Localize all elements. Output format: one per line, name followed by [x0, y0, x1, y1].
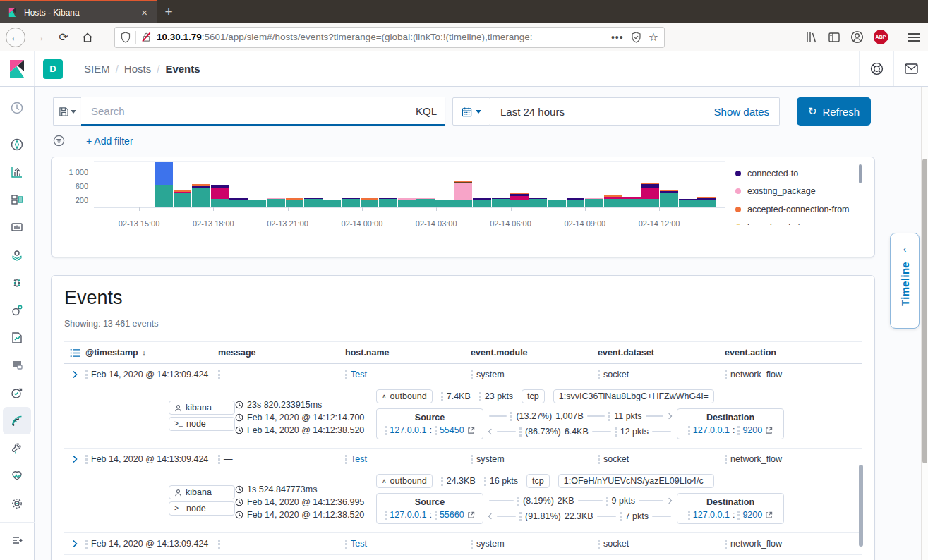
sidebar-item-dev-tools[interactable] [3, 434, 31, 462]
chart-legend[interactable]: connected-toexisting_packageaccepted-con… [735, 164, 850, 225]
cell-module[interactable]: system [476, 539, 505, 549]
cell-action[interactable]: network_flow [730, 539, 782, 549]
external-link-icon[interactable] [467, 427, 475, 434]
histogram-bar[interactable] [660, 190, 678, 207]
external-link-icon[interactable] [765, 511, 773, 519]
histogram-bar[interactable] [567, 198, 585, 207]
flow-end-time[interactable]: Feb 14, 2020 @ 14:12:38.520 [247, 425, 364, 435]
destination-port-link[interactable]: 9200 [742, 510, 762, 520]
histogram-bar[interactable] [248, 200, 267, 208]
histogram-bar[interactable] [510, 193, 529, 208]
histogram-bar[interactable] [416, 198, 435, 207]
histogram-bar[interactable] [342, 198, 360, 207]
community-id-badge[interactable]: 1:OFeH/nYUEVcNS/yazEL09LIo4/c= [558, 474, 714, 488]
histogram-bar[interactable] [435, 200, 454, 207]
row-expand-button[interactable] [64, 540, 85, 548]
process-badge[interactable]: >_node [169, 417, 235, 431]
flow-start-time[interactable]: Feb 14, 2020 @ 14:12:14.700 [247, 413, 364, 422]
out-bytes[interactable]: 1,007B [555, 411, 584, 421]
cell-module[interactable]: system [476, 454, 505, 464]
histogram-bar[interactable] [641, 183, 660, 208]
page-scrollbar-thumb[interactable] [922, 159, 927, 463]
help-button[interactable] [859, 51, 893, 86]
histogram-bars[interactable] [155, 162, 716, 207]
sidebar-item-dashboard[interactable] [3, 186, 31, 214]
out-packets[interactable]: 11 pkts [614, 411, 641, 421]
new-tab-button[interactable]: + [157, 0, 181, 23]
cell-action[interactable]: network_flow [730, 454, 782, 464]
breadcrumb-siem[interactable]: SIEM [84, 63, 110, 75]
histogram-bar[interactable] [155, 162, 173, 207]
kibana-logo[interactable] [0, 51, 35, 86]
histogram-bar[interactable] [304, 198, 323, 207]
sidebar-item-discover[interactable] [3, 130, 31, 158]
cell-timestamp[interactable]: Feb 14, 2020 @ 14:13:09.424 [91, 370, 208, 379]
user-badge[interactable]: kibana [169, 485, 235, 499]
cell-message[interactable]: — [224, 454, 233, 464]
cell-module[interactable]: system [476, 370, 505, 379]
histogram-bar[interactable] [529, 198, 548, 207]
cell-timestamp[interactable]: Feb 14, 2020 @ 14:13:09.424 [91, 539, 208, 549]
histogram-bar[interactable] [379, 198, 397, 207]
direction-badge[interactable]: ∧outbound [376, 389, 433, 403]
time-range-value[interactable]: Last 24 hours [500, 106, 565, 118]
column-header-timestamp[interactable]: @timestamp↓ [85, 348, 218, 358]
cell-action[interactable]: network_flow [730, 370, 782, 379]
column-header-event-module[interactable]: event.module [471, 348, 598, 358]
histogram-bar[interactable] [192, 184, 210, 207]
back-button[interactable]: ← [6, 28, 25, 47]
flow-duration[interactable]: 23s 820.233915ms [247, 400, 322, 410]
reload-button[interactable]: ⟳ [54, 28, 73, 47]
browser-tab[interactable]: Hosts - Kibana × [0, 0, 157, 23]
flow-packets[interactable]: 16 pkts [490, 476, 518, 486]
sidebar-item-metrics[interactable] [3, 324, 31, 351]
adblock-plus-icon[interactable]: ABP [874, 30, 888, 44]
bookmark-star-icon[interactable]: ☆ [649, 30, 658, 44]
cell-message[interactable]: — [224, 539, 233, 549]
histogram-bar[interactable] [622, 197, 641, 207]
add-filter-button[interactable]: + Add filter [86, 135, 133, 147]
kql-language-button[interactable]: KQL [410, 105, 437, 117]
destination-port-link[interactable]: 9200 [742, 425, 762, 435]
destination-ip-link[interactable]: 127.0.0.1 [693, 425, 730, 435]
in-bytes[interactable]: 6.4KB [565, 427, 589, 437]
tab-close-icon[interactable]: × [139, 6, 150, 18]
refresh-button[interactable]: ↻ Refresh [797, 97, 871, 126]
sidebar-item-siem[interactable] [3, 407, 31, 434]
in-bytes[interactable]: 22.3KB [565, 511, 593, 521]
sidebar-item-machine-learning[interactable] [3, 269, 31, 296]
row-expand-button[interactable] [64, 370, 85, 379]
histogram-bar[interactable] [398, 198, 416, 207]
legend-item[interactable]: existing_package [735, 183, 850, 201]
url-text[interactable]: 10.30.1.79:5601/app/siem#/hosts/events?t… [157, 32, 606, 42]
histogram-bar[interactable] [679, 199, 697, 207]
search-input[interactable] [90, 104, 410, 118]
community-id-badge[interactable]: 1:svvIC36TiNau8LbgC+HFZwWhG4I= [553, 389, 714, 403]
source-ip-link[interactable]: 127.0.0.1 [390, 425, 426, 435]
flow-packets[interactable]: 23 pkts [485, 391, 513, 401]
histogram-bar[interactable] [286, 198, 304, 207]
histogram-bar[interactable] [361, 198, 379, 207]
source-port-link[interactable]: 55450 [440, 425, 464, 435]
cell-dataset[interactable]: socket [603, 370, 629, 379]
legend-item[interactable]: bound-socket [735, 219, 850, 226]
column-header-event-dataset[interactable]: event.dataset [598, 348, 725, 358]
protocol-badge[interactable]: tcp [526, 474, 550, 488]
date-range-picker[interactable]: Last 24 hours Show dates [490, 97, 780, 126]
insecure-lock-icon[interactable] [141, 32, 152, 42]
column-header-message[interactable]: message [218, 348, 345, 358]
source-ip-link[interactable]: 127.0.0.1 [390, 510, 426, 520]
space-avatar[interactable]: D [43, 59, 63, 79]
account-icon[interactable] [850, 30, 864, 44]
flow-bytes[interactable]: 7.4KB [447, 391, 471, 401]
home-button[interactable] [78, 28, 97, 47]
flow-duration[interactable]: 1s 524.847773ms [247, 485, 317, 494]
sidebar-item-recent[interactable] [3, 94, 31, 121]
cell-host-link[interactable]: Test [351, 370, 367, 379]
table-scrollbar[interactable] [859, 465, 863, 547]
cell-message[interactable]: — [224, 370, 233, 379]
histogram-bar[interactable] [604, 195, 622, 207]
saved-query-button[interactable] [53, 97, 81, 126]
protocol-badge[interactable]: tcp [522, 389, 545, 403]
cell-host-link[interactable]: Test [351, 454, 367, 464]
